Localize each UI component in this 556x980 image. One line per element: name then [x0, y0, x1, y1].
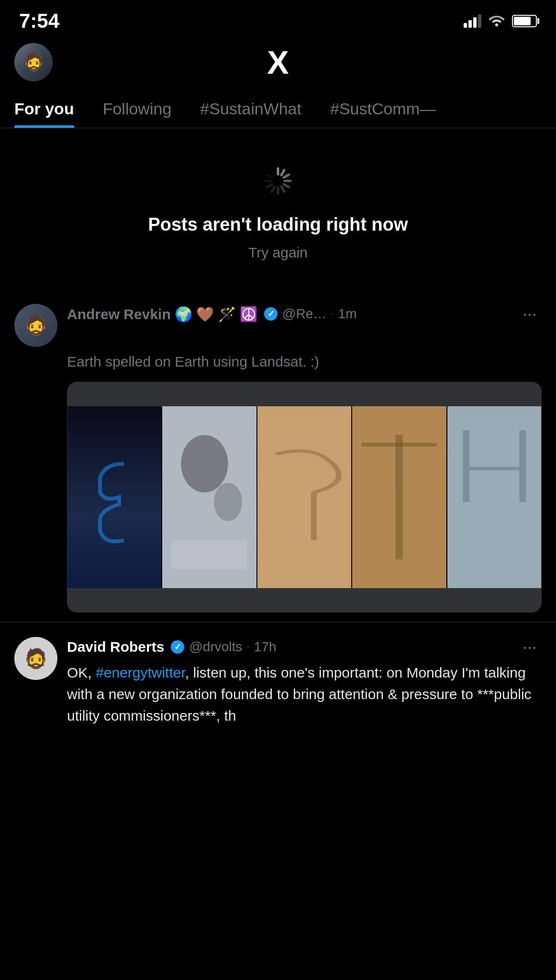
tweet-2-handle: @drvolts	[189, 639, 242, 655]
svg-rect-20	[447, 406, 541, 588]
tweet-1-more-button[interactable]: ···	[518, 304, 542, 324]
tweet-1-avatar[interactable]: 🧔	[14, 304, 57, 347]
tweet-1-media[interactable]	[67, 382, 542, 612]
media-image-1	[67, 406, 162, 588]
media-image-5	[447, 406, 541, 588]
svg-rect-16	[257, 406, 351, 588]
svg-point-13	[181, 435, 228, 492]
error-title: Posts aren't loading right now	[148, 214, 408, 235]
tweet-2[interactable]: 🧔 David Roberts ✓ @drvolts · 17h ··· OK,…	[0, 623, 556, 736]
tab-following[interactable]: Following	[89, 86, 186, 128]
svg-line-11	[272, 170, 275, 175]
tweet-2-meta: David Roberts ✓ @drvolts · 17h ···	[67, 637, 542, 657]
svg-line-4	[284, 184, 289, 187]
status-icons	[464, 13, 537, 30]
tweet-2-avatar[interactable]: 🧔	[14, 637, 57, 680]
status-time: 7:54	[19, 10, 59, 33]
tweet-1[interactable]: 🧔 Andrew Revkin 🌍 🤎 🪄 ☮️ ✓ @Re… · 1m ···…	[0, 290, 556, 623]
tab-sust-comm[interactable]: #SustComm—	[316, 86, 450, 128]
tweet-2-time: 17h	[254, 639, 277, 655]
tweet-2-content: David Roberts ✓ @drvolts · 17h ··· OK, #…	[67, 637, 542, 726]
tweet-1-time: 1m	[338, 306, 357, 322]
avatar-image: 🧔	[14, 43, 53, 81]
tweet-2-author: David Roberts	[67, 639, 164, 655]
svg-line-10	[267, 175, 272, 178]
app-header: 🧔 X	[0, 38, 556, 86]
loading-spinner	[264, 167, 292, 195]
tweet-1-body: Earth spelled on Earth using Landsat. :)	[67, 351, 542, 612]
tab-sustain-what[interactable]: #SustainWhat	[186, 86, 316, 128]
media-images	[67, 406, 541, 588]
tweet-2-hashtag[interactable]: #energytwitter	[96, 665, 185, 680]
user-avatar[interactable]: 🧔	[14, 43, 53, 81]
svg-line-1	[281, 170, 284, 175]
x-logo: X	[267, 46, 289, 78]
tweet-1-handle: @Re…	[282, 306, 326, 322]
tweet-1-verified: ✓	[264, 307, 278, 321]
svg-line-5	[281, 187, 284, 191]
svg-line-8	[267, 184, 272, 187]
tweet-2-more-button[interactable]: ···	[518, 637, 542, 657]
svg-line-7	[272, 187, 275, 191]
wifi-icon	[488, 13, 505, 30]
tweet-2-header: 🧔 David Roberts ✓ @drvolts · 17h ··· OK,…	[14, 637, 542, 726]
battery-icon	[512, 15, 537, 27]
media-bottom-bar	[67, 588, 541, 612]
media-top-bar	[67, 382, 541, 406]
tab-for-you[interactable]: For you	[0, 86, 89, 128]
loading-state: Posts aren't loading right now Try again	[0, 128, 556, 290]
tweet-1-author: Andrew Revkin 🌍 🤎 🪄 ☮️	[67, 306, 257, 323]
svg-rect-15	[172, 540, 247, 569]
signal-icon	[464, 14, 481, 28]
tweet-2-verified: ✓	[171, 640, 184, 654]
error-subtitle[interactable]: Try again	[248, 245, 308, 261]
media-image-3	[257, 406, 352, 588]
tweet-2-text: OK, #energytwitter, listen up, this one'…	[67, 662, 542, 726]
tweet-1-text: Earth spelled on Earth using Landsat. :)	[67, 351, 542, 372]
media-image-2	[162, 406, 257, 588]
svg-line-2	[284, 175, 289, 178]
tweet-1-meta: Andrew Revkin 🌍 🤎 🪄 ☮️ ✓ @Re… · 1m ···	[67, 304, 542, 324]
tweet-1-header: 🧔 Andrew Revkin 🌍 🤎 🪄 ☮️ ✓ @Re… · 1m ···	[14, 304, 542, 347]
status-bar: 7:54	[0, 0, 556, 38]
svg-point-14	[214, 483, 242, 521]
tab-bar: For you Following #SustainWhat #SustComm…	[0, 86, 556, 128]
media-image-4	[352, 406, 447, 588]
